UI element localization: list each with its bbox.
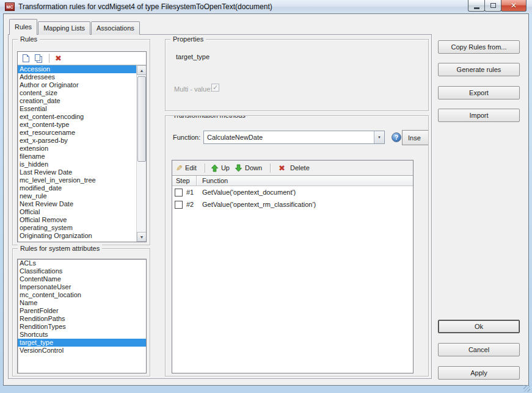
step-checkbox[interactable]: ✓: [175, 189, 183, 196]
rules-list: Accession Addressees Author or Originato…: [18, 65, 136, 240]
step-function: GetValue('opentext_document'): [202, 189, 296, 196]
maximize-button[interactable]: [484, 0, 501, 12]
app-logo-text: MC: [7, 5, 13, 9]
system-attributes-listbox: ACLs Classifications ContentName Imperso…: [17, 259, 147, 373]
system-attribute-item[interactable]: Name: [18, 299, 146, 307]
combobox-dropdown-button[interactable]: ▼: [374, 131, 384, 143]
function-combobox-value: CalculateNewDate: [204, 131, 374, 143]
system-attribute-item[interactable]: RenditionTypes: [18, 323, 146, 331]
maximize-icon: [490, 3, 496, 8]
rules-list-item[interactable]: Last Review Date: [18, 168, 136, 176]
help-icon[interactable]: ?: [392, 132, 401, 142]
rules-list-item[interactable]: modified_date: [18, 184, 136, 192]
import-button[interactable]: Import: [438, 109, 520, 122]
dialog-window: MC Transformation rules for vcdMigset4 o…: [0, 0, 532, 393]
system-attribute-item[interactable]: Shortcuts: [18, 331, 146, 339]
tab[interactable]: Associations: [91, 21, 140, 35]
titlebar[interactable]: MC Transformation rules for vcdMigset4 o…: [0, 0, 532, 13]
rules-scrollbar[interactable]: ▲ ▼: [136, 65, 146, 242]
rules-list-item[interactable]: Official: [18, 208, 136, 216]
scroll-down-button[interactable]: ▼: [137, 232, 146, 242]
properties-group: Properties target_type Multi - value: ✓: [165, 39, 429, 111]
system-attribute-item[interactable]: RenditionPaths: [18, 315, 146, 323]
scroll-up-button[interactable]: ▲: [137, 65, 146, 75]
rules-list-item[interactable]: Originating Organization: [18, 232, 136, 240]
copy-rule-icon[interactable]: [35, 54, 43, 63]
tab-page-rules: Rules ✖ Accession A: [8, 34, 432, 379]
generate-rules-button[interactable]: Generate rules: [438, 63, 520, 76]
steps-table: ✎ Edit Up Down ✖ Delete Step Function: [172, 160, 414, 373]
down-arrow-icon: [235, 164, 242, 172]
rules-list-item[interactable]: mc_level_in_version_tree: [18, 176, 136, 184]
column-header-function[interactable]: Function: [197, 176, 413, 186]
insert-button[interactable]: Inse: [402, 130, 429, 145]
system-attribute-item[interactable]: Classifications: [18, 267, 146, 275]
column-header-step[interactable]: Step: [172, 176, 197, 186]
system-attribute-item[interactable]: ImpersonateUser: [18, 283, 146, 291]
multi-value-label: Multi - value:: [174, 85, 212, 93]
rules-list-item[interactable]: creation_date: [18, 97, 136, 105]
rules-list-item[interactable]: is_hidden: [18, 160, 136, 168]
rules-list-item[interactable]: ext_resourcename: [18, 129, 136, 137]
rules-list-item[interactable]: content_size: [18, 89, 136, 97]
rules-list-item[interactable]: Accession: [18, 65, 136, 73]
rules-list-item[interactable]: Next Review Date: [18, 200, 136, 208]
rules-list-item[interactable]: Official Remove: [18, 216, 136, 224]
export-button[interactable]: Export: [438, 86, 520, 99]
edit-button[interactable]: Edit: [185, 164, 197, 171]
close-button[interactable]: ✕: [501, 0, 527, 12]
rules-toolbar: ✖: [18, 52, 146, 65]
transformation-methods-group: Transformation methods Function: Calcula…: [165, 115, 429, 377]
table-row[interactable]: ✓ #1 GetValue('opentext_document'): [172, 186, 413, 198]
step-number: #2: [186, 201, 202, 208]
copy-rules-from-button[interactable]: Copy Rules from...: [438, 40, 520, 54]
minimize-icon: [474, 7, 479, 9]
system-attribute-item[interactable]: ACLs: [18, 259, 146, 267]
delete-rule-icon[interactable]: ✖: [55, 54, 62, 62]
properties-group-title: Properties: [170, 35, 206, 43]
down-button[interactable]: Down: [245, 164, 262, 171]
tab[interactable]: Rules: [9, 19, 37, 35]
system-attributes-list: ACLs Classifications ContentName Imperso…: [18, 259, 146, 355]
pencil-icon: ✎: [176, 164, 183, 172]
checkmark-icon: ✓: [213, 84, 218, 91]
resize-grip[interactable]: [523, 385, 530, 392]
rules-list-item[interactable]: new_rule: [18, 192, 136, 200]
system-attribute-item[interactable]: ParentFolder: [18, 307, 146, 315]
system-attribute-item[interactable]: target_type: [18, 339, 146, 347]
rules-list-item[interactable]: Essential: [18, 105, 136, 113]
scroll-thumb[interactable]: [137, 76, 146, 162]
minimize-button[interactable]: [468, 0, 485, 12]
function-label: Function:: [173, 134, 200, 141]
rules-list-item[interactable]: ext_content-type: [18, 121, 136, 129]
apply-button[interactable]: Apply: [438, 366, 520, 380]
system-attribute-item[interactable]: mc_content_location: [18, 291, 146, 299]
step-function: GetValue('opentext_rm_classification'): [202, 201, 316, 208]
rules-list-item[interactable]: ext_content-encoding: [18, 113, 136, 121]
transformation-group-title: Transformation methods: [170, 115, 248, 119]
rules-list-item[interactable]: operating_system: [18, 224, 136, 232]
close-icon: ✕: [511, 1, 517, 10]
delete-step-button[interactable]: Delete: [290, 164, 310, 171]
step-checkbox[interactable]: ✓: [175, 201, 183, 209]
system-attribute-item[interactable]: VersionControl: [18, 347, 146, 355]
rules-list-item[interactable]: extension: [18, 145, 136, 153]
system-attribute-item[interactable]: ContentName: [18, 275, 146, 283]
function-combobox[interactable]: CalculateNewDate ▼: [203, 131, 385, 144]
rules-list-item[interactable]: Author or Originator: [18, 81, 136, 89]
step-number: #1: [186, 189, 202, 196]
new-rule-icon[interactable]: [23, 54, 29, 62]
toolbar-separator: [270, 164, 271, 173]
window-title: Transformation rules for vcdMigset4 of t…: [18, 2, 272, 11]
table-row[interactable]: ✓ #2 GetValue('opentext_rm_classificatio…: [172, 198, 413, 211]
toolbar-separator: [205, 164, 205, 173]
steps-toolbar: ✎ Edit Up Down ✖ Delete: [172, 160, 413, 176]
toolbar-separator: [49, 54, 49, 63]
rules-list-item[interactable]: filename: [18, 153, 136, 160]
rules-list-item[interactable]: Addressees: [18, 73, 136, 81]
up-button[interactable]: Up: [221, 164, 230, 171]
ok-button[interactable]: Ok: [438, 320, 520, 333]
cancel-button[interactable]: Cancel: [438, 343, 520, 356]
tab[interactable]: Mapping Lists: [38, 21, 90, 35]
rules-list-item[interactable]: ext_x-parsed-by: [18, 137, 136, 145]
